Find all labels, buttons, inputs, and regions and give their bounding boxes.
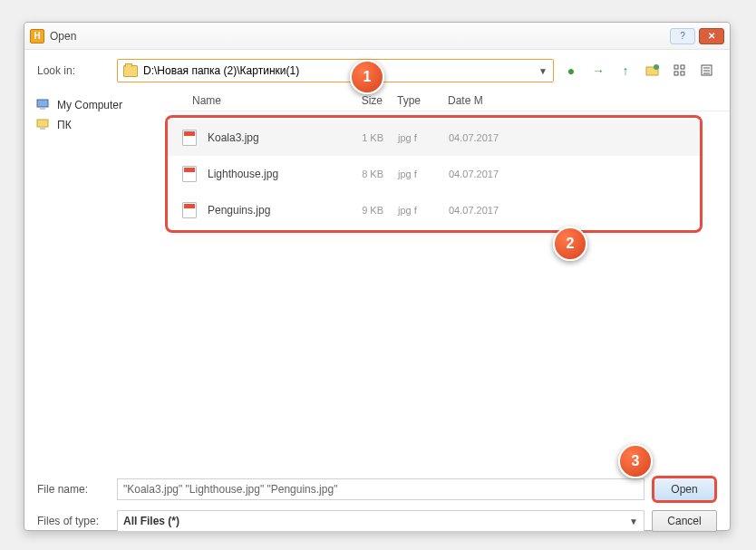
chevron-down-icon: ▼ [538,66,548,76]
bottom-panel: File name: "Koala3.jpg" "Lighthouse.jpg"… [24,468,730,546]
svg-rect-10 [37,100,48,107]
view-icons-button[interactable] [670,61,690,81]
new-folder-button[interactable] [643,61,663,81]
file-date: 04.07.2017 [449,205,499,216]
open-button[interactable]: Open [652,476,717,503]
file-row[interactable]: Koala3.jpg 1 KB jpg f 04.07.2017 [168,120,700,156]
file-type: jpg f [398,205,449,216]
path-combo[interactable]: D:\Новая папка (2)\Картинки(1) ▼ [117,59,554,82]
sidebar-item-pk[interactable]: ПК [32,115,158,135]
svg-rect-4 [674,72,678,75]
jpg-file-icon [182,166,197,182]
col-name[interactable]: Name [192,94,346,107]
file-area: Name Size Type Date M Koala3.jpg 1 KB jp… [165,90,730,468]
file-row[interactable]: Penguins.jpg 9 KB jpg f 04.07.2017 [168,192,700,228]
filename-input[interactable]: "Koala3.jpg" "Lighthouse.jpg" "Penguins.… [117,478,645,500]
lookin-label: Look in: [37,64,110,77]
jpg-file-icon [182,202,197,218]
col-date[interactable]: Date M [448,94,730,107]
file-list: Koala3.jpg 1 KB jpg f 04.07.2017 Lightho… [165,115,703,233]
chevron-down-icon: ▼ [629,516,638,526]
file-type: jpg f [398,132,449,143]
column-headers: Name Size Type Date M [165,90,730,111]
filetype-label: Files of type: [37,515,110,527]
path-text: D:\Новая папка (2)\Картинки(1) [143,64,299,77]
callout-3: 3 [618,444,653,478]
up-button[interactable]: ↑ [615,61,635,81]
filename-label: File name: [37,483,110,496]
sidebar-item-label: My Computer [57,99,122,111]
jpg-file-icon [182,130,197,146]
help-button[interactable]: ? [670,28,695,44]
col-type[interactable]: Type [397,94,448,107]
svg-rect-2 [674,65,678,69]
file-size: 1 KB [347,132,398,143]
sidebar-item-mycomputer[interactable]: My Computer [32,95,158,115]
sidebar: My Computer ПК [24,90,165,468]
filetype-combo[interactable]: All Files (*) ▼ [117,510,645,532]
svg-rect-12 [37,120,48,127]
svg-rect-5 [681,72,684,75]
view-list-button[interactable] [697,61,717,81]
folder-icon [123,65,138,77]
file-name: Penguins.jpg [208,204,347,217]
close-button[interactable]: ✕ [699,28,724,44]
svg-point-1 [654,64,659,70]
svg-rect-13 [40,128,45,130]
computer-icon [35,98,52,112]
svg-rect-11 [40,108,45,110]
svg-rect-3 [681,65,684,69]
file-type: jpg f [398,169,449,179]
app-icon: H [30,29,44,43]
col-size[interactable]: Size [346,94,397,107]
back-button[interactable]: ● [561,61,581,81]
file-size: 9 KB [347,205,398,216]
forward-button[interactable]: → [588,61,608,81]
titlebar: H Open ? ✕ [24,23,730,50]
file-date: 04.07.2017 [449,132,499,143]
file-name: Koala3.jpg [208,131,347,144]
file-row[interactable]: Lighthouse.jpg 8 KB jpg f 04.07.2017 [168,156,700,192]
callout-2: 2 [553,227,587,261]
file-name: Lighthouse.jpg [208,168,347,180]
callout-1: 1 [350,60,384,94]
file-size: 8 KB [347,169,398,179]
cancel-button[interactable]: Cancel [652,510,717,532]
window-title: Open [50,30,76,43]
file-date: 04.07.2017 [449,169,499,179]
computer-icon [35,118,52,132]
sidebar-item-label: ПК [57,119,72,131]
